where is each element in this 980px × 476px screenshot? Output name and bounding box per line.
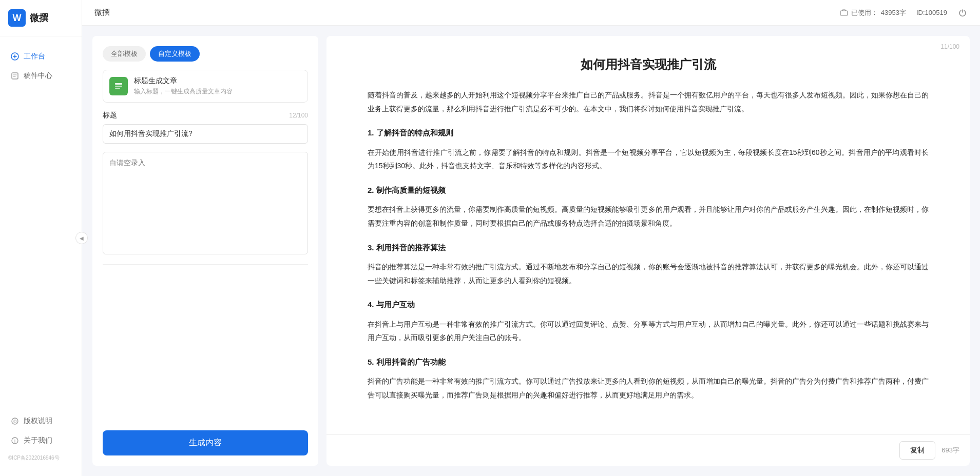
title-input[interactable]	[103, 124, 308, 144]
svg-text:i: i	[14, 439, 15, 444]
sidebar-nav: 工作台 稿件中心	[0, 36, 82, 406]
article-body: 随着抖音的普及，越来越多的人开始利用这个短视频分享平台来推广自己的产品或服务。抖…	[368, 88, 929, 402]
drafts-icon	[10, 71, 20, 81]
field-counter: 12/100	[289, 112, 308, 119]
copy-button[interactable]: 复制	[899, 441, 935, 460]
page-indicator: 11/100	[940, 43, 959, 50]
sidebar-item-copyright[interactable]: © 版权说明	[0, 411, 82, 431]
usage-value: 43953字	[881, 8, 906, 17]
header-title: 微撰	[94, 8, 110, 17]
sidebar-logo: W 微撰	[0, 0, 82, 36]
tab-custom-templates[interactable]: 自定义模板	[150, 46, 200, 62]
logo-icon: W	[8, 9, 26, 27]
right-panel: 11/100 如何用抖音实现推广引流 随着抖音的普及，越来越多的人开始利用这个短…	[326, 36, 970, 466]
header-id: ID:100519	[916, 9, 947, 16]
header-right: 已使用： 43953字 ID:100519	[840, 8, 968, 18]
article-content: 如何用抖音实现推广引流 随着抖音的普及，越来越多的人开始利用这个短视频分享平台来…	[326, 36, 970, 434]
sidebar: W 微撰 工作台 稿件中心	[0, 0, 82, 476]
field-label-row: 标题 12/100	[103, 111, 308, 120]
usage-icon	[840, 9, 848, 17]
article-heading-5: 5. 利用抖音的广告功能	[368, 355, 929, 370]
sidebar-collapse-button[interactable]: ◀	[75, 232, 88, 244]
field-label-text: 标题	[103, 111, 117, 120]
sidebar-bottom: © 版权说明 i 关于我们 ©ICP备2022016946号	[0, 406, 82, 476]
workbench-icon	[10, 52, 20, 61]
header-usage: 已使用： 43953字	[840, 8, 906, 17]
right-panel-footer: 复制 693字	[326, 434, 970, 466]
article-para-5: 抖音的广告功能是一种非常有效的推广引流方式。你可以通过广告投放来让更多的人看到你…	[368, 374, 929, 402]
template-card-icon	[109, 77, 128, 95]
template-info: 标题生成文章 输入标题，一键生成高质量文章内容	[134, 76, 233, 96]
icp-text: ©ICP备2022016946号	[0, 450, 82, 466]
article-heading-2: 2. 制作高质量的短视频	[368, 183, 929, 198]
sidebar-item-about[interactable]: i 关于我们	[0, 431, 82, 450]
svg-rect-6	[840, 11, 848, 15]
article-intro: 随着抖音的普及，越来越多的人开始利用这个短视频分享平台来推广自己的产品或服务。抖…	[368, 88, 929, 115]
template-desc: 输入标题，一键生成高质量文章内容	[134, 87, 233, 96]
textarea-section	[103, 152, 308, 256]
tab-all-templates[interactable]: 全部模板	[103, 46, 146, 62]
drafts-label: 稿件中心	[24, 71, 52, 81]
template-tabs: 全部模板 自定义模板	[103, 46, 308, 62]
about-icon: i	[10, 436, 20, 445]
article-para-4: 在抖音上与用户互动是一种非常有效的推广引流方式。你可以通过回复评论、点赞、分享等…	[368, 318, 929, 345]
sidebar-item-drafts[interactable]: 稿件中心	[0, 66, 82, 86]
usage-label: 已使用：	[851, 8, 878, 17]
copyright-label: 版权说明	[24, 417, 52, 426]
left-panel: 全部模板 自定义模板 标题生成文章 输入标题，一键生成高质量文章内容	[92, 36, 318, 466]
copyright-icon: ©	[10, 417, 20, 426]
svg-rect-9	[115, 88, 120, 89]
article-para-2: 要想在抖音上获得更多的流量，你需要制作高质量的短视频。高质量的短视频能够吸引更多…	[368, 203, 929, 230]
workbench-label: 工作台	[24, 52, 45, 61]
main-area: 微撰 已使用： 43953字 ID:100519	[82, 0, 980, 476]
content-textarea[interactable]	[103, 152, 308, 254]
title-field-section: 标题 12/100	[103, 111, 308, 144]
svg-rect-1	[12, 73, 18, 79]
svg-rect-7	[115, 83, 122, 85]
divider	[103, 264, 308, 265]
article-para-3: 抖音的推荐算法是一种非常有效的推广引流方式。通过不断地发布和分享自己的短视频，你…	[368, 260, 929, 287]
svg-rect-8	[115, 86, 122, 87]
article-heading-3: 3. 利用抖音的推荐算法	[368, 241, 929, 255]
logo-text: 微撰	[30, 12, 48, 24]
word-count: 693字	[941, 446, 959, 455]
article-title: 如何用抖音实现推广引流	[368, 56, 929, 73]
article-heading-1: 1. 了解抖音的特点和规则	[368, 126, 929, 141]
sidebar-item-workbench[interactable]: 工作台	[0, 47, 82, 66]
power-button[interactable]	[957, 8, 968, 18]
generate-button[interactable]: 生成内容	[103, 430, 308, 455]
template-card[interactable]: 标题生成文章 输入标题，一键生成高质量文章内容	[103, 70, 308, 103]
article-heading-4: 4. 与用户互动	[368, 298, 929, 312]
header: 微撰 已使用： 43953字 ID:100519	[82, 0, 980, 26]
template-name: 标题生成文章	[134, 76, 233, 86]
svg-text:©: ©	[13, 419, 17, 424]
content-area: 全部模板 自定义模板 标题生成文章 输入标题，一键生成高质量文章内容	[82, 26, 980, 476]
article-para-1: 在开始使用抖音进行推广引流之前，你需要了解抖音的特点和规则。抖音是一个短视频分享…	[368, 146, 929, 173]
about-label: 关于我们	[24, 436, 52, 445]
